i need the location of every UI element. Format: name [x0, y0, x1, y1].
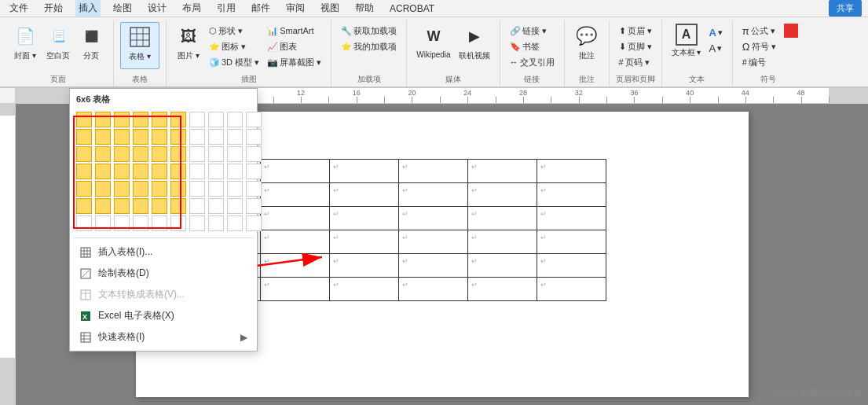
grid-cell[interactable]: [133, 164, 148, 179]
menu-insert[interactable]: 插入: [75, 0, 101, 17]
grid-cell[interactable]: [246, 198, 262, 214]
insert-table-menuitem[interactable]: 插入表格(I)...: [73, 241, 254, 263]
insert-link-button[interactable]: 🔗 链接 ▾: [507, 24, 558, 38]
grid-cell[interactable]: [133, 181, 148, 197]
grid-cell[interactable]: [189, 129, 205, 145]
grid-cell[interactable]: [246, 164, 262, 179]
grid-cell[interactable]: [152, 181, 167, 197]
insert-video-button[interactable]: ▶ 联机视频: [456, 22, 493, 69]
insert-smartart-button[interactable]: 📊 SmartArt: [264, 24, 324, 38]
grid-cell[interactable]: [170, 215, 186, 231]
grid-cell[interactable]: [114, 146, 130, 162]
grid-cell[interactable]: [95, 146, 111, 162]
insert-wikipedia-button[interactable]: W Wikipedia: [413, 22, 453, 69]
grid-cell[interactable]: [133, 198, 148, 214]
get-addins-button[interactable]: 🔧 获取加载项: [338, 24, 400, 38]
excel-table-menuitem[interactable]: X Excel 电子表格(X): [73, 305, 254, 326]
insert-picture-button[interactable]: 🖼 图片 ▾: [173, 22, 204, 69]
insert-equation-button[interactable]: π 公式 ▾: [739, 24, 779, 38]
grid-cell[interactable]: [208, 146, 224, 162]
insert-number-button[interactable]: # 编号: [739, 55, 779, 69]
grid-cell[interactable]: [189, 146, 205, 162]
insert-table-button[interactable]: 表格 ▾: [120, 22, 159, 69]
grid-cell[interactable]: [170, 181, 186, 197]
menu-design[interactable]: 设计: [145, 0, 170, 17]
table-grid[interactable]: [73, 109, 254, 234]
my-addins-button[interactable]: ⭐ 我的加载项: [338, 39, 400, 53]
insert-shape-button[interactable]: ⬡ 形状 ▾: [206, 24, 262, 38]
menu-draw[interactable]: 绘图: [110, 0, 135, 17]
grid-cell[interactable]: [152, 129, 167, 145]
grid-cell[interactable]: [152, 146, 167, 162]
grid-cell[interactable]: [208, 181, 224, 197]
insert-comment-button[interactable]: 💬 批注: [571, 22, 602, 69]
grid-cell[interactable]: [95, 215, 111, 231]
grid-cell[interactable]: [170, 164, 186, 179]
grid-cell[interactable]: [114, 129, 130, 145]
insert-blankpage-button[interactable]: 📃 空白页: [42, 22, 74, 69]
grid-cell[interactable]: [76, 164, 92, 179]
insert-cover-button[interactable]: 📄 封面 ▾: [9, 22, 41, 69]
insert-footer-button[interactable]: ⬇ 页脚 ▾: [616, 39, 655, 53]
grid-cell[interactable]: [170, 129, 186, 145]
grid-cell[interactable]: [227, 215, 243, 231]
menu-review[interactable]: 审阅: [283, 0, 308, 17]
grid-cell[interactable]: [170, 146, 186, 162]
grid-cell[interactable]: [208, 198, 224, 214]
grid-cell[interactable]: [246, 181, 262, 197]
insert-chart-button[interactable]: 📈 图表: [264, 39, 324, 53]
insert-dropcap-button[interactable]: A ▾: [705, 41, 725, 55]
menu-layout[interactable]: 布局: [179, 0, 204, 17]
grid-cell[interactable]: [152, 164, 167, 179]
grid-cell[interactable]: [189, 181, 205, 197]
grid-cell[interactable]: [114, 164, 130, 179]
grid-cell[interactable]: [227, 198, 243, 214]
grid-cell[interactable]: [227, 181, 243, 197]
grid-cell[interactable]: [95, 112, 111, 127]
grid-cell[interactable]: [246, 129, 262, 145]
insert-textbox-button[interactable]: A 文本框 ▾: [668, 22, 705, 69]
insert-header-button[interactable]: ⬆ 页眉 ▾: [616, 24, 655, 38]
grid-cell[interactable]: [189, 198, 205, 214]
grid-cell[interactable]: [95, 181, 111, 197]
grid-cell[interactable]: [170, 112, 186, 127]
grid-cell[interactable]: [189, 112, 205, 127]
grid-cell[interactable]: [227, 129, 243, 145]
grid-cell[interactable]: [76, 181, 92, 197]
grid-cell[interactable]: [246, 215, 262, 231]
insert-wordartt-button[interactable]: A ▾: [705, 25, 725, 39]
grid-cell[interactable]: [152, 215, 167, 231]
grid-cell[interactable]: [227, 164, 243, 179]
share-button[interactable]: 共享: [829, 0, 862, 17]
grid-cell[interactable]: [95, 198, 111, 214]
grid-cell[interactable]: [76, 198, 92, 214]
grid-cell[interactable]: [76, 129, 92, 145]
menu-acrobat[interactable]: ACROBAT: [386, 2, 438, 16]
grid-cell[interactable]: [189, 164, 205, 179]
grid-cell[interactable]: [76, 146, 92, 162]
menu-start[interactable]: 开始: [41, 0, 66, 17]
grid-cell[interactable]: [114, 112, 130, 127]
grid-cell[interactable]: [208, 112, 224, 127]
grid-cell[interactable]: [114, 215, 130, 231]
grid-cell[interactable]: [208, 215, 224, 231]
grid-cell[interactable]: [133, 215, 148, 231]
insert-pagenum-button[interactable]: # 页码 ▾: [616, 55, 655, 69]
menu-mail[interactable]: 邮件: [248, 0, 273, 17]
grid-cell[interactable]: [170, 198, 186, 214]
grid-cell[interactable]: [76, 112, 92, 127]
grid-cell[interactable]: [76, 215, 92, 231]
insert-symbol-button[interactable]: Ω 符号 ▾: [739, 39, 779, 53]
insert-screenshot-button[interactable]: 📷 屏幕截图 ▾: [264, 55, 324, 69]
grid-cell[interactable]: [95, 129, 111, 145]
grid-cell[interactable]: [189, 215, 205, 231]
grid-cell[interactable]: [114, 198, 130, 214]
insert-pagebreak-button[interactable]: ⬛ 分页: [75, 22, 107, 69]
grid-cell[interactable]: [227, 146, 243, 162]
menu-ref[interactable]: 引用: [214, 0, 239, 17]
grid-cell[interactable]: [208, 164, 224, 179]
grid-cell[interactable]: [133, 129, 148, 145]
menu-help[interactable]: 帮助: [352, 0, 377, 17]
insert-crossref-button[interactable]: ↔ 交叉引用: [507, 55, 558, 69]
grid-cell[interactable]: [133, 112, 148, 127]
